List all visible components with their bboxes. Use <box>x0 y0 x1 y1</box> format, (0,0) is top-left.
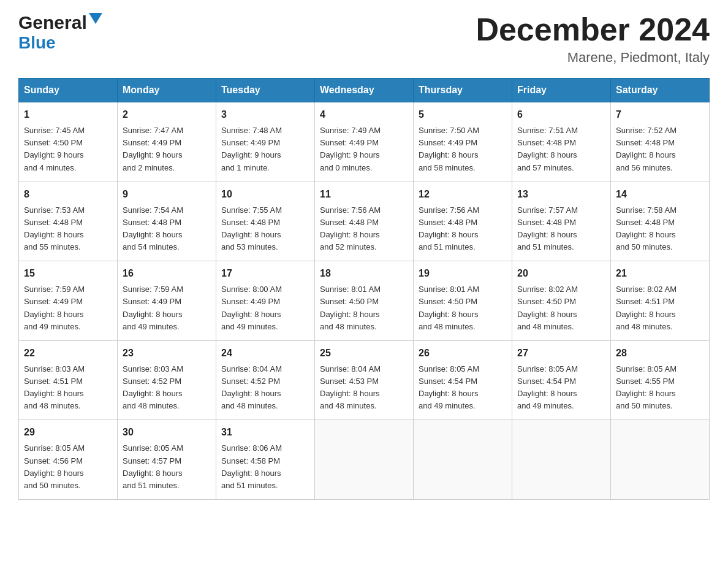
day-info: Sunrise: 7:52 AMSunset: 4:48 PMDaylight:… <box>616 124 704 174</box>
calendar-week-row: 22Sunrise: 8:03 AMSunset: 4:51 PMDayligh… <box>19 340 710 420</box>
day-number: 10 <box>221 187 309 202</box>
logo: General Blue <box>18 12 102 53</box>
col-header-friday: Friday <box>512 79 611 102</box>
day-number: 20 <box>517 266 605 281</box>
logo-blue-text: Blue <box>18 33 56 53</box>
day-number: 3 <box>221 107 309 122</box>
day-info: Sunrise: 7:56 AMSunset: 4:48 PMDaylight:… <box>419 204 507 254</box>
calendar-cell: 3Sunrise: 7:48 AMSunset: 4:49 PMDaylight… <box>216 102 315 182</box>
calendar-cell: 6Sunrise: 7:51 AMSunset: 4:48 PMDaylight… <box>512 102 611 182</box>
col-header-tuesday: Tuesday <box>216 79 315 102</box>
calendar-cell: 11Sunrise: 7:56 AMSunset: 4:48 PMDayligh… <box>315 182 414 261</box>
logo-arrow-icon <box>89 13 102 26</box>
day-number: 30 <box>123 425 211 440</box>
day-info: Sunrise: 8:04 AMSunset: 4:52 PMDaylight:… <box>221 363 309 413</box>
col-header-wednesday: Wednesday <box>315 79 414 102</box>
calendar-cell: 4Sunrise: 7:49 AMSunset: 4:49 PMDaylight… <box>315 102 414 182</box>
day-info: Sunrise: 7:51 AMSunset: 4:48 PMDaylight:… <box>517 124 605 174</box>
day-info: Sunrise: 8:05 AMSunset: 4:57 PMDaylight:… <box>123 442 211 492</box>
calendar-cell: 30Sunrise: 8:05 AMSunset: 4:57 PMDayligh… <box>118 420 216 500</box>
day-number: 23 <box>123 346 211 361</box>
calendar-cell: 8Sunrise: 7:53 AMSunset: 4:48 PMDaylight… <box>19 182 118 261</box>
day-number: 16 <box>123 266 211 281</box>
day-number: 11 <box>320 187 408 202</box>
calendar-week-row: 15Sunrise: 7:59 AMSunset: 4:49 PMDayligh… <box>19 261 710 341</box>
day-info: Sunrise: 8:04 AMSunset: 4:53 PMDaylight:… <box>320 363 408 413</box>
col-header-monday: Monday <box>118 79 216 102</box>
calendar-cell: 31Sunrise: 8:06 AMSunset: 4:58 PMDayligh… <box>216 420 315 500</box>
day-number: 18 <box>320 266 408 281</box>
day-number: 13 <box>517 187 605 202</box>
calendar-cell: 9Sunrise: 7:54 AMSunset: 4:48 PMDaylight… <box>118 182 216 261</box>
month-title: December 2024 <box>476 12 710 47</box>
calendar-week-row: 8Sunrise: 7:53 AMSunset: 4:48 PMDaylight… <box>19 182 710 261</box>
day-info: Sunrise: 7:49 AMSunset: 4:49 PMDaylight:… <box>320 124 408 174</box>
day-info: Sunrise: 7:59 AMSunset: 4:49 PMDaylight:… <box>24 283 112 333</box>
calendar-week-row: 29Sunrise: 8:05 AMSunset: 4:56 PMDayligh… <box>19 420 710 500</box>
calendar-cell: 16Sunrise: 7:59 AMSunset: 4:49 PMDayligh… <box>118 261 216 341</box>
day-info: Sunrise: 7:48 AMSunset: 4:49 PMDaylight:… <box>221 124 309 174</box>
day-number: 8 <box>24 187 112 202</box>
calendar-header-row: SundayMondayTuesdayWednesdayThursdayFrid… <box>19 79 710 102</box>
day-info: Sunrise: 8:01 AMSunset: 4:50 PMDaylight:… <box>419 283 507 333</box>
calendar-cell: 10Sunrise: 7:55 AMSunset: 4:48 PMDayligh… <box>216 182 315 261</box>
calendar-cell: 14Sunrise: 7:58 AMSunset: 4:48 PMDayligh… <box>611 182 710 261</box>
calendar-cell: 25Sunrise: 8:04 AMSunset: 4:53 PMDayligh… <box>315 340 414 420</box>
page-header: General Blue December 2024 Marene, Piedm… <box>18 12 710 66</box>
day-info: Sunrise: 8:06 AMSunset: 4:58 PMDaylight:… <box>221 442 309 492</box>
calendar-cell: 26Sunrise: 8:05 AMSunset: 4:54 PMDayligh… <box>414 340 512 420</box>
day-info: Sunrise: 7:53 AMSunset: 4:48 PMDaylight:… <box>24 204 112 254</box>
calendar-cell: 29Sunrise: 8:05 AMSunset: 4:56 PMDayligh… <box>19 420 118 500</box>
calendar-cell: 24Sunrise: 8:04 AMSunset: 4:52 PMDayligh… <box>216 340 315 420</box>
day-number: 24 <box>221 346 309 361</box>
day-number: 4 <box>320 107 408 122</box>
col-header-saturday: Saturday <box>611 79 710 102</box>
calendar-cell: 13Sunrise: 7:57 AMSunset: 4:48 PMDayligh… <box>512 182 611 261</box>
calendar-cell <box>611 420 710 500</box>
day-info: Sunrise: 8:03 AMSunset: 4:51 PMDaylight:… <box>24 363 112 413</box>
day-info: Sunrise: 8:05 AMSunset: 4:54 PMDaylight:… <box>517 363 605 413</box>
day-info: Sunrise: 7:50 AMSunset: 4:49 PMDaylight:… <box>419 124 507 174</box>
calendar-cell: 17Sunrise: 8:00 AMSunset: 4:49 PMDayligh… <box>216 261 315 341</box>
calendar-table: SundayMondayTuesdayWednesdayThursdayFrid… <box>18 78 710 500</box>
svg-marker-0 <box>89 13 102 24</box>
calendar-week-row: 1Sunrise: 7:45 AMSunset: 4:50 PMDaylight… <box>19 102 710 182</box>
calendar-cell: 22Sunrise: 8:03 AMSunset: 4:51 PMDayligh… <box>19 340 118 420</box>
calendar-cell: 15Sunrise: 7:59 AMSunset: 4:49 PMDayligh… <box>19 261 118 341</box>
day-info: Sunrise: 8:05 AMSunset: 4:54 PMDaylight:… <box>419 363 507 413</box>
calendar-cell: 18Sunrise: 8:01 AMSunset: 4:50 PMDayligh… <box>315 261 414 341</box>
day-number: 29 <box>24 425 112 440</box>
day-number: 19 <box>419 266 507 281</box>
day-info: Sunrise: 7:47 AMSunset: 4:49 PMDaylight:… <box>123 124 211 174</box>
day-info: Sunrise: 7:58 AMSunset: 4:48 PMDaylight:… <box>616 204 704 254</box>
calendar-cell: 1Sunrise: 7:45 AMSunset: 4:50 PMDaylight… <box>19 102 118 182</box>
calendar-cell: 2Sunrise: 7:47 AMSunset: 4:49 PMDaylight… <box>118 102 216 182</box>
day-info: Sunrise: 8:05 AMSunset: 4:56 PMDaylight:… <box>24 442 112 492</box>
day-info: Sunrise: 8:01 AMSunset: 4:50 PMDaylight:… <box>320 283 408 333</box>
calendar-cell <box>414 420 512 500</box>
day-number: 6 <box>517 107 605 122</box>
calendar-cell: 21Sunrise: 8:02 AMSunset: 4:51 PMDayligh… <box>611 261 710 341</box>
calendar-cell: 28Sunrise: 8:05 AMSunset: 4:55 PMDayligh… <box>611 340 710 420</box>
day-info: Sunrise: 7:45 AMSunset: 4:50 PMDaylight:… <box>24 124 112 174</box>
location-text: Marene, Piedmont, Italy <box>476 50 710 66</box>
day-number: 5 <box>419 107 507 122</box>
logo-general-text: General <box>18 12 87 33</box>
calendar-cell: 12Sunrise: 7:56 AMSunset: 4:48 PMDayligh… <box>414 182 512 261</box>
calendar-cell: 19Sunrise: 8:01 AMSunset: 4:50 PMDayligh… <box>414 261 512 341</box>
calendar-cell: 27Sunrise: 8:05 AMSunset: 4:54 PMDayligh… <box>512 340 611 420</box>
title-area: December 2024 Marene, Piedmont, Italy <box>476 12 710 66</box>
day-number: 14 <box>616 187 704 202</box>
day-number: 9 <box>123 187 211 202</box>
day-number: 2 <box>123 107 211 122</box>
day-number: 27 <box>517 346 605 361</box>
col-header-sunday: Sunday <box>19 79 118 102</box>
day-number: 7 <box>616 107 704 122</box>
calendar-cell <box>315 420 414 500</box>
day-info: Sunrise: 7:56 AMSunset: 4:48 PMDaylight:… <box>320 204 408 254</box>
calendar-cell: 7Sunrise: 7:52 AMSunset: 4:48 PMDaylight… <box>611 102 710 182</box>
calendar-cell: 5Sunrise: 7:50 AMSunset: 4:49 PMDaylight… <box>414 102 512 182</box>
day-number: 12 <box>419 187 507 202</box>
day-info: Sunrise: 8:00 AMSunset: 4:49 PMDaylight:… <box>221 283 309 333</box>
col-header-thursday: Thursday <box>414 79 512 102</box>
